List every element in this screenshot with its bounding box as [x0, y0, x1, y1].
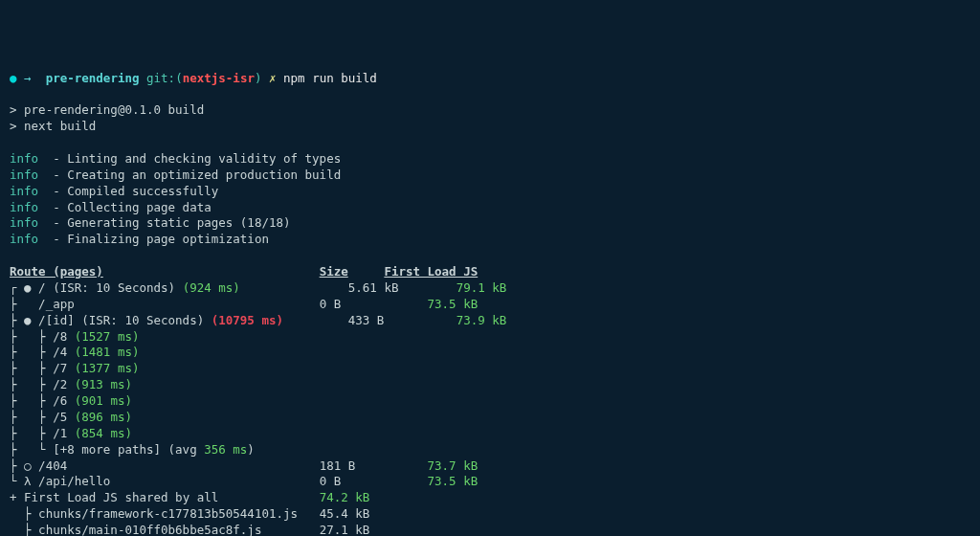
git-close: ) — [255, 71, 262, 85]
route-name: /2 — [53, 377, 67, 391]
route-fl: 73.5 kB — [428, 474, 479, 488]
col-route: Route (pages) — [10, 264, 103, 279]
shared-text: First Load JS shared by all — [24, 490, 218, 504]
info-line: - Finalizing page optimization — [38, 232, 269, 246]
status-dot-icon: ● — [10, 71, 17, 85]
chunk-name: chunks/main-010ff0b6bbe5ac8f.js — [38, 523, 261, 536]
chunk-size: 45.4 kB — [320, 506, 370, 521]
route-timing: (913 ms) — [75, 377, 132, 391]
git-label: git:( — [146, 71, 183, 85]
route-fl: 73.7 kB — [428, 458, 479, 473]
col-first-load: First Load JS — [384, 264, 478, 279]
route-size: 0 B — [320, 297, 342, 311]
info-line: - Creating an optimized production build — [38, 168, 341, 182]
shared-size: 74.2 kB — [320, 490, 370, 504]
info-line: - Compiled successfully — [38, 184, 218, 198]
chunk-name: chunks/framework-c177813b50544101.js — [38, 506, 298, 521]
info-label: info — [10, 168, 38, 182]
more-paths: [+8 more paths] (avg — [53, 442, 204, 457]
tree-prefix: ├ ├ — [10, 377, 53, 391]
terminal-output: ● → pre-rendering git:(nextjs-isr) ✗ npm… — [10, 71, 970, 537]
route-fl: 73.9 kB — [457, 313, 507, 327]
git-branch: nextjs-isr — [183, 71, 255, 85]
command-text[interactable]: npm run build — [283, 71, 377, 85]
tree-prefix: ├ ├ — [10, 329, 53, 344]
info-line: - Generating static pages (18/18) — [38, 215, 290, 230]
tree-prefix: ├ — [10, 506, 38, 521]
build-header-2: > next build — [10, 119, 96, 133]
route-size: 5.61 kB — [348, 280, 399, 295]
info-line: - Collecting page data — [38, 200, 212, 214]
route-name: / (ISR: 10 Seconds) — [38, 280, 175, 295]
tree-prefix: ├ ├ — [10, 426, 53, 440]
info-label: info — [10, 151, 38, 166]
route-timing: (1377 ms) — [75, 361, 140, 375]
info-label: info — [10, 200, 38, 214]
route-timing: (854 ms) — [75, 426, 132, 440]
route-timing: (924 ms) — [183, 280, 240, 295]
route-timing: (901 ms) — [75, 393, 132, 408]
route-name: /1 — [53, 426, 67, 440]
tree-prefix: ├ ├ — [10, 361, 53, 375]
tree-prefix: ├ ○ — [10, 458, 38, 473]
tree-prefix: └ λ — [10, 474, 38, 488]
tree-prefix: ┌ ● — [10, 280, 38, 295]
route-name: /_app — [38, 297, 75, 311]
info-label: info — [10, 184, 38, 198]
route-size: 0 B — [320, 474, 342, 488]
info-label: info — [10, 215, 38, 230]
tree-prefix: ├ — [10, 297, 38, 311]
route-name: /4 — [53, 345, 67, 359]
tree-prefix: ├ ├ — [10, 393, 53, 408]
route-name: /8 — [53, 329, 67, 344]
route-timing: (1527 ms) — [75, 329, 140, 344]
tree-prefix: ├ — [10, 523, 38, 536]
tree-prefix: ├ ├ — [10, 410, 53, 424]
col-size: Size — [320, 264, 348, 279]
route-timing: (896 ms) — [75, 410, 132, 424]
route-name: /404 — [38, 458, 67, 473]
route-fl: 73.5 kB — [428, 297, 479, 311]
prompt-dir: pre-rendering — [46, 71, 140, 85]
route-name: /5 — [53, 410, 67, 424]
more-timing: 356 ms — [204, 442, 247, 457]
more-close: ) — [247, 442, 255, 457]
route-size: 433 B — [348, 313, 385, 327]
tree-prefix: ├ ├ — [10, 345, 53, 359]
info-line: - Linting and checking validity of types — [38, 151, 341, 166]
route-timing: (10795 ms) — [212, 313, 283, 327]
route-timing: (1481 ms) — [75, 345, 140, 359]
prompt-line: ● → pre-rendering git:(nextjs-isr) ✗ npm… — [10, 71, 377, 85]
dirty-icon: ✗ — [269, 71, 277, 85]
chunk-size: 27.1 kB — [320, 523, 370, 536]
tree-prefix: + — [10, 490, 24, 504]
build-header-1: > pre-rendering@0.1.0 build — [10, 102, 204, 117]
info-label: info — [10, 232, 38, 246]
route-name: /[id] (ISR: 10 Seconds) — [38, 313, 204, 327]
route-name: /7 — [53, 361, 67, 375]
route-size: 181 B — [320, 458, 356, 473]
route-fl: 79.1 kB — [457, 280, 507, 295]
arrow-icon: → — [24, 71, 32, 85]
tree-prefix: ├ ● — [10, 313, 38, 327]
route-name: /api/hello — [38, 474, 110, 488]
route-name: /6 — [53, 393, 67, 408]
tree-prefix: ├ └ — [10, 442, 53, 457]
